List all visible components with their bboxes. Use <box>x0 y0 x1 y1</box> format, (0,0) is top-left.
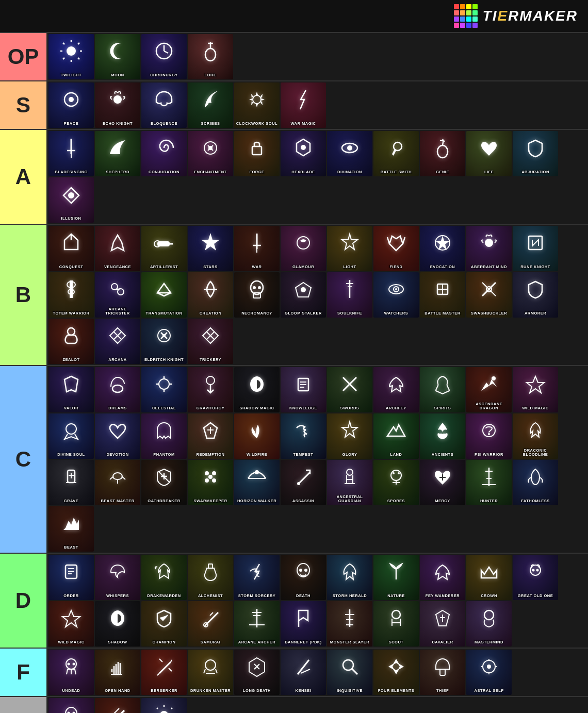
item-gloom-stalker[interactable]: Gloom Stalker <box>281 272 326 318</box>
item-berserker[interactable]: Berserker <box>141 650 187 695</box>
item-devotion[interactable]: Devotion <box>95 413 140 459</box>
item-dreams[interactable]: Dreams <box>95 367 140 412</box>
item-battlerager[interactable]: Battlerager <box>95 698 140 713</box>
item-champion[interactable]: Champion <box>141 601 187 646</box>
item-mastermind[interactable]: Mastermind <box>466 601 512 646</box>
item-valor[interactable]: Valor <box>48 367 94 412</box>
item-vengeance[interactable]: Vengeance <box>95 226 140 271</box>
item-light[interactable]: Light <box>327 226 372 271</box>
item-glory[interactable]: Glory <box>327 413 372 459</box>
item-nature[interactable]: Nature <box>373 555 419 600</box>
item-storm-sorcery[interactable]: Storm Sorcery <box>234 555 280 600</box>
item-grave[interactable]: Grave <box>48 460 94 505</box>
item-illusion[interactable]: Illusion <box>48 177 94 223</box>
item-cavalier[interactable]: Cavalier <box>420 601 465 646</box>
item-arcana[interactable]: Arcana <box>95 319 140 364</box>
item-swords[interactable]: Swords <box>327 367 372 412</box>
item-abjuration[interactable]: Abjuration <box>513 131 558 176</box>
item-trickery[interactable]: Trickery <box>188 319 233 364</box>
item-graviturgy[interactable]: Graviturgy <box>188 367 233 412</box>
item-samurai[interactable]: Samurai <box>188 601 233 646</box>
item-celestial[interactable]: Celestial <box>141 367 187 412</box>
item-hunter[interactable]: Hunter <box>466 460 512 505</box>
item-chronurgy[interactable]: Chronurgy <box>141 34 187 79</box>
item-long-death[interactable]: Long Death <box>234 650 280 695</box>
item-zealot[interactable]: Zealot <box>48 319 94 364</box>
item-phantom[interactable]: Phantom <box>141 413 187 459</box>
item-forge[interactable]: Forge <box>234 131 280 176</box>
item-thief[interactable]: Thief <box>420 650 465 695</box>
item-crown[interactable]: Crown <box>466 555 512 600</box>
item-aberrant-mind[interactable]: Aberrant Mind <box>466 226 512 271</box>
item-bladesinging[interactable]: Bladesinging <box>48 131 94 176</box>
item-scout[interactable]: Scout <box>373 601 419 646</box>
item-shadow-magic[interactable]: Shadow Magic <box>234 367 280 412</box>
item-inquisitive[interactable]: Inquisitive <box>327 650 372 695</box>
item-monster-slayer[interactable]: Monster Slayer <box>327 601 372 646</box>
item-ancestral-guardian[interactable]: Ancestral Guardian <box>327 460 372 505</box>
item-moon[interactable]: Moon <box>95 34 140 79</box>
item-armorer[interactable]: Armorer <box>513 272 558 318</box>
item-drunken-master[interactable]: Drunken Master <box>188 650 233 695</box>
item-drakewarden[interactable]: Drakewarden <box>141 555 187 600</box>
item-artillerist[interactable]: Artillerist <box>141 226 187 271</box>
item-genie[interactable]: Genie <box>420 131 465 176</box>
item-tempest[interactable]: Tempest <box>281 413 326 459</box>
item-shepherd[interactable]: Shepherd <box>95 131 140 176</box>
item-wild-magic[interactable]: Wild Magic <box>48 601 94 646</box>
item-kensei[interactable]: Kensei <box>281 650 326 695</box>
item-necromancy[interactable]: Necromancy <box>234 272 280 318</box>
item-beast-master[interactable]: Beast Master <box>95 460 140 505</box>
item-shadow[interactable]: Shadow <box>95 601 140 646</box>
item-transmutation[interactable]: Transmutation <box>141 272 187 318</box>
item-arcane-archer[interactable]: Arcane Archer <box>234 601 280 646</box>
item-redemption[interactable]: Redemption <box>188 413 233 459</box>
item-eloquence[interactable]: Eloquence <box>141 82 187 128</box>
item-battle-smith[interactable]: Battle Smith <box>373 131 419 176</box>
item-death[interactable]: Death <box>281 555 326 600</box>
item-stars[interactable]: Stars <box>188 226 233 271</box>
item-wild-magic[interactable]: Wild Magic <box>513 367 558 412</box>
item-oathbreaker[interactable]: Oathbreaker <box>141 460 187 505</box>
item-psi-warrior[interactable]: Psi Warrior <box>466 413 512 459</box>
item-spirits[interactable]: Spirits <box>420 367 465 412</box>
item-ascendant-dragon[interactable]: Ascendant Dragon <box>466 367 512 412</box>
item-conjuration[interactable]: Conjuration <box>141 131 187 176</box>
item-peace[interactable]: Peace <box>48 82 94 128</box>
item-mercy[interactable]: Mercy <box>420 460 465 505</box>
item-wildfire[interactable]: Wildfire <box>234 413 280 459</box>
item-glamour[interactable]: Glamour <box>281 226 326 271</box>
item-archfey[interactable]: Archfey <box>373 367 419 412</box>
item-whispers[interactable]: Whispers <box>95 555 140 600</box>
item-twilight[interactable]: Twilight <box>48 34 94 79</box>
item-fey-wanderer[interactable]: Fey Wanderer <box>420 555 465 600</box>
item-astral-self[interactable]: Astral Self <box>466 650 512 695</box>
item-alchemist[interactable]: Alchemist <box>188 555 233 600</box>
item-draconic-bloodline[interactable]: Draconic Bloodline <box>513 413 558 459</box>
item-echo-knight[interactable]: Echo Knight <box>95 82 140 128</box>
item-great-old-one[interactable]: Great Old One <box>513 555 558 600</box>
item-land[interactable]: Land <box>373 413 419 459</box>
item-scribes[interactable]: Scribes <box>188 82 233 128</box>
item-four-elements[interactable]: Four Elements <box>373 650 419 695</box>
item-knowledge[interactable]: Knowledge <box>281 367 326 412</box>
item-fathomless[interactable]: Fathomless <box>513 460 558 505</box>
item-spores[interactable]: Spores <box>373 460 419 505</box>
item-divine-soul[interactable]: Divine Soul <box>48 413 94 459</box>
item-divination[interactable]: Divination <box>327 131 372 176</box>
item-watchers[interactable]: Watchers <box>373 272 419 318</box>
item-eldritch-knight[interactable]: Eldritch Knight <box>141 319 187 364</box>
item-conquest[interactable]: Conquest <box>48 226 94 271</box>
item-enchantment[interactable]: Enchantment <box>188 131 233 176</box>
item-swarmkeeper[interactable]: Swarmkeeper <box>188 460 233 505</box>
item-lore[interactable]: Lore <box>188 34 233 79</box>
item-undying[interactable]: Undying <box>48 698 94 713</box>
item-beast[interactable]: Beast <box>48 506 94 552</box>
item-storm-herald[interactable]: Storm Herald <box>327 555 372 600</box>
item-arcane-trickster[interactable]: Arcane Trickster <box>95 272 140 318</box>
item-ancients[interactable]: Ancients <box>420 413 465 459</box>
item-open-hand[interactable]: Open Hand <box>95 650 140 695</box>
item-rune-knight[interactable]: Rune Knight <box>513 226 558 271</box>
item-soulknife[interactable]: Soulknife <box>327 272 372 318</box>
item-battle-master[interactable]: Battle Master <box>420 272 465 318</box>
